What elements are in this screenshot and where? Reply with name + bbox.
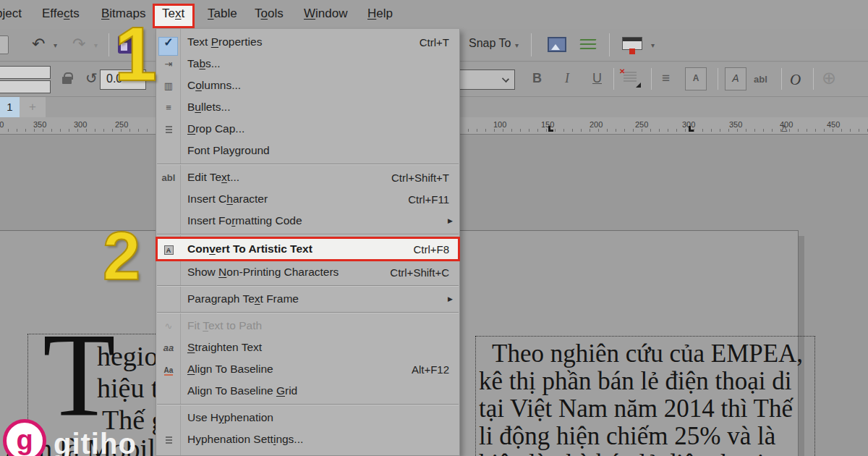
add-page-button[interactable]: + <box>20 97 46 117</box>
object-position-y-field[interactable] <box>0 80 51 93</box>
ruler-label: 250 <box>115 120 128 129</box>
dockers-caret[interactable]: ▾ <box>651 41 655 49</box>
lock-icon[interactable] <box>62 77 72 84</box>
page-tab-1[interactable]: 1 <box>0 97 20 117</box>
menu-item-drop-cap[interactable]: Drop Cap... <box>156 118 459 140</box>
paste-icon[interactable] <box>0 35 9 54</box>
toolbar-separator <box>609 33 610 56</box>
rotate-icon[interactable]: ↺ <box>85 69 98 87</box>
menu-effects[interactable]: Effects <box>42 7 80 21</box>
ruler-label: 450 <box>827 120 840 129</box>
redo-icon[interactable]: ↷ <box>72 35 85 54</box>
gitiho-logo-letter: g <box>16 426 33 454</box>
menu-item-align-to-baseline-grid[interactable]: Align To Baseline Grid <box>156 380 459 402</box>
shortcut-label: Alt+F12 <box>412 363 459 376</box>
menu-item-label: Hyphenation Settings... <box>181 433 449 446</box>
menu-item-font-playground[interactable]: Font Playground <box>156 140 459 161</box>
bulleted-list-button[interactable]: ≡ <box>662 70 670 86</box>
undo-dropdown-caret[interactable]: ▾ <box>54 41 57 49</box>
menu-item-label: Insert Character <box>181 193 408 206</box>
menu-item-text-properties[interactable]: ✓ Text Properties Ctrl+T <box>156 31 459 53</box>
bold-button[interactable]: B <box>532 71 542 86</box>
menu-item-convert-to-artistic-text[interactable]: A Convert To Artistic Text Ctrl+F8 <box>156 237 459 261</box>
add-plugin-icon[interactable]: ⊕ <box>822 68 836 88</box>
gitiho-logo-icon: g <box>3 419 46 456</box>
menu-item-fit-text-to-path[interactable]: ∿ Fit Text to Path <box>156 315 459 337</box>
tab-stop-marker[interactable] <box>689 126 694 132</box>
options-lines-icon[interactable] <box>580 38 596 51</box>
submenu-arrow-icon: ▶ <box>448 217 453 224</box>
underline-button[interactable]: U <box>592 71 602 86</box>
toolbar-separator <box>781 68 782 90</box>
dockers-icon[interactable] <box>622 37 642 50</box>
toolbar-separator <box>718 68 718 90</box>
menu-item-insert-character[interactable]: Insert Character Ctrl+F11 <box>156 188 459 210</box>
menu-separator <box>156 232 459 237</box>
menu-separator <box>156 402 459 407</box>
object-position-x-field[interactable] <box>0 66 51 79</box>
drop-cap-button[interactable]: A <box>685 67 707 90</box>
toolbar-separator <box>651 68 652 90</box>
ruler-label: 350 <box>729 120 742 129</box>
drop-cap-icon <box>156 124 181 135</box>
ruler-label: 350 <box>33 120 46 129</box>
menu-item-label: Bullets... <box>181 101 449 114</box>
menu-item-straighten-text[interactable]: aa Straighten Text <box>156 337 459 358</box>
menu-item-label: Fit Text to Path <box>181 319 449 332</box>
menu-item-paragraph-text-frame[interactable]: Paragraph Text Frame ▶ <box>156 288 459 310</box>
redo-dropdown-caret[interactable]: ▾ <box>94 41 98 49</box>
ruler-label: 300 <box>74 120 87 129</box>
shortcut-label: Ctrl+Shift+C <box>390 266 459 279</box>
menu-item-bullets[interactable]: ≡ Bullets... <box>156 96 459 118</box>
menu-table[interactable]: Table <box>208 7 237 21</box>
snap-to-button[interactable]: Snap To <box>469 37 511 50</box>
menu-object[interactable]: bject <box>0 7 22 21</box>
menu-item-columns[interactable]: ▥ Columns... <box>156 75 459 96</box>
edit-text-icon: abl <box>156 172 181 183</box>
check-icon: ✓ <box>156 35 181 49</box>
tab-stop-marker[interactable] <box>548 126 553 132</box>
menu-item-edit-text[interactable]: abl Edit Text... Ctrl+Shift+T <box>156 166 459 188</box>
align-to-baseline-icon: Aa <box>156 364 181 375</box>
snap-to-caret[interactable]: ▾ <box>515 41 519 49</box>
toolbar-separator <box>613 68 614 90</box>
undo-icon[interactable]: ↶ <box>32 35 45 54</box>
menu-item-label: Font Playground <box>181 144 449 157</box>
menu-item-insert-formatting-code[interactable]: Insert Formatting Code ▶ <box>156 210 459 232</box>
tabs-icon: ⇥ <box>156 59 181 69</box>
doc-text-line: li động hiện chiếm 25% và là <box>479 422 775 451</box>
menu-item-label: Insert Formatting Code <box>181 214 459 227</box>
menu-item-use-hyphenation[interactable]: Use Hyphenation <box>156 407 459 428</box>
edit-text-button[interactable]: abl <box>754 74 767 85</box>
menu-item-label: Edit Text... <box>181 171 391 184</box>
menu-item-show-non-printing-characters[interactable]: Show Non-Printing Characters Ctrl+Shift+… <box>156 261 459 283</box>
menu-text[interactable]: Text <box>162 7 184 21</box>
menu-item-hyphenation-settings[interactable]: Hyphenation Settings... <box>156 428 459 450</box>
menu-item-label: Text Properties <box>181 35 420 48</box>
italic-button[interactable]: I <box>565 71 569 86</box>
doc-text-line: kê thị phần bán lẻ điện thoại di <box>479 367 792 396</box>
text-alignment-button[interactable]: ✕ <box>624 72 637 83</box>
shortcut-label: Ctrl+F11 <box>408 193 459 206</box>
annotation-step-1: 1 <box>114 10 157 98</box>
preview-icon[interactable] <box>548 37 566 52</box>
toolbar-separator <box>109 33 109 56</box>
paragraph-text-frame-right[interactable]: Theo nghiên cứu của EMPEA, kê thị phần b… <box>475 336 815 456</box>
menu-item-align-to-baseline[interactable]: Aa Align To Baseline Alt+F12 <box>156 358 459 380</box>
outline-button[interactable]: O <box>790 71 801 89</box>
indent-marker[interactable]: △ <box>781 123 787 132</box>
menu-item-label: Show Non-Printing Characters <box>181 266 390 279</box>
menu-window[interactable]: Window <box>304 7 347 21</box>
character-formatting-button[interactable]: A <box>725 67 746 90</box>
menu-item-label: Tabs... <box>181 57 449 70</box>
fit-text-to-path-icon: ∿ <box>156 321 181 332</box>
menu-item-label: Straighten Text <box>181 341 449 354</box>
gitiho-logo-text: gitiho <box>54 428 137 456</box>
doc-text-line: tại Việt Nam năm 2014 thì Thế <box>479 394 793 423</box>
toolbar-separator <box>813 68 814 90</box>
menu-item-tabs[interactable]: ⇥ Tabs... <box>156 53 459 75</box>
menu-tools[interactable]: Tools <box>255 7 284 21</box>
menu-help[interactable]: Help <box>367 7 393 21</box>
shortcut-label: Ctrl+Shift+T <box>391 172 459 184</box>
menu-item-label: Columns... <box>181 79 449 92</box>
